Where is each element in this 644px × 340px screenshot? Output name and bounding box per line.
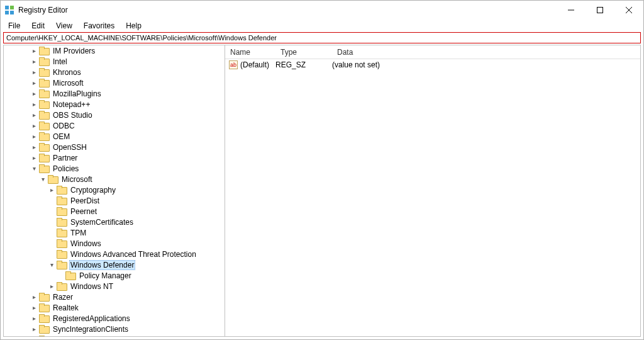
twisty-none: ▸ (48, 197, 55, 204)
tree-node[interactable]: ▸OEM (4, 131, 225, 142)
tree-node-label: OpenSSH (52, 143, 88, 152)
chevron-right-icon[interactable]: ▸ (30, 293, 38, 300)
chevron-right-icon[interactable]: ▸ (30, 133, 38, 140)
tree-node-label: Realtek (52, 303, 80, 312)
chevron-down-icon[interactable]: ▾ (48, 261, 55, 268)
col-data[interactable]: Data (332, 45, 640, 59)
chevron-right-icon[interactable]: ▸ (30, 304, 38, 311)
chevron-right-icon[interactable]: ▸ (30, 326, 38, 332)
col-name[interactable]: Name (225, 45, 275, 59)
tree-scroll-area[interactable]: ▸IM Providers▸Intel▸Khronos▸Microsoft▸Mo… (4, 45, 225, 336)
tree-node[interactable]: ▸RegisteredApplications (4, 313, 225, 324)
chevron-right-icon[interactable]: ▸ (30, 79, 38, 86)
folder-icon (57, 186, 67, 195)
tree-node[interactable]: ▸Peernet (4, 206, 225, 217)
tree-node[interactable]: ▾Policies (4, 163, 225, 174)
menu-favorites[interactable]: Favorites (79, 20, 119, 31)
tree-node-label: Microsoft (52, 79, 85, 88)
tree-node[interactable]: ▾Microsoft (4, 174, 225, 184)
twisty-none: ▸ (48, 218, 55, 225)
chevron-right-icon[interactable]: ▸ (30, 58, 38, 65)
chevron-right-icon[interactable]: ▸ (30, 154, 38, 161)
tree-node[interactable]: ▸Policy Manager (4, 270, 225, 281)
folder-icon (39, 79, 49, 88)
tree-node[interactable]: ▸Realtek (4, 302, 225, 313)
tree-node-label: PeerDist (69, 196, 101, 205)
tree-node[interactable]: ▸SyncIntegrationClients (4, 324, 225, 334)
tree-node[interactable]: ▸Microsoft (4, 77, 225, 88)
tree-node-label: Notepad++ (52, 100, 91, 109)
tree-node[interactable]: ▸Notepad++ (4, 99, 225, 110)
chevron-right-icon[interactable]: ▸ (30, 315, 38, 322)
tree-node[interactable]: ▸Windows (4, 238, 225, 249)
tree-pane: ▸IM Providers▸Intel▸Khronos▸Microsoft▸Mo… (4, 45, 225, 336)
tree-node[interactable]: ▸Cryptography (4, 184, 225, 195)
tree-node-label: Windows (69, 239, 103, 248)
tree-node-label: Policy Manager (78, 271, 133, 280)
menu-file[interactable]: File (3, 20, 25, 31)
chevron-down-icon[interactable]: ▾ (39, 176, 47, 183)
tree-node[interactable]: ▸MozillaPlugins (4, 88, 225, 99)
tree-node[interactable]: ▸VideoLAN (4, 334, 225, 336)
close-button[interactable] (614, 1, 643, 20)
twisty-none: ▸ (48, 208, 55, 215)
tree-node[interactable]: ▾Windows Defender (4, 259, 225, 270)
value-row[interactable]: ab (Default) REG_SZ (value not set) (225, 59, 640, 71)
maximize-button[interactable] (586, 1, 614, 20)
tree-node-label: SyncIntegrationClients (52, 325, 130, 334)
folder-icon (39, 325, 49, 334)
tree-node[interactable]: ▸OBS Studio (4, 110, 225, 120)
tree-node-label: SystemCertificates (69, 218, 135, 227)
chevron-right-icon[interactable]: ▸ (30, 111, 38, 118)
chevron-right-icon[interactable]: ▸ (30, 144, 38, 150)
folder-icon (39, 122, 49, 130)
chevron-right-icon[interactable]: ▸ (48, 186, 55, 193)
address-bar[interactable]: Computer\HKEY_LOCAL_MACHINE\SOFTWARE\Pol… (3, 32, 641, 43)
chevron-right-icon[interactable]: ▸ (30, 47, 38, 54)
tree-node[interactable]: ▸Intel (4, 56, 225, 67)
tree-node-label: Khronos (52, 68, 82, 77)
folder-icon (39, 164, 49, 173)
minimize-button[interactable] (557, 1, 586, 20)
chevron-right-icon[interactable]: ▸ (30, 122, 38, 129)
folder-icon (39, 47, 49, 55)
tree-node-label: Intel (52, 57, 69, 66)
tree-node[interactable]: ▸TPM (4, 227, 225, 238)
chevron-down-icon[interactable]: ▾ (30, 165, 38, 172)
tree-node[interactable]: ▸PeerDist (4, 195, 225, 206)
svg-rect-2 (5, 11, 9, 14)
tree-node[interactable]: ▸Partner (4, 152, 225, 163)
tree-node-label: Windows Defender (69, 260, 135, 270)
folder-icon (39, 57, 49, 66)
tree-node[interactable]: ▸Razer (4, 292, 225, 302)
tree-node[interactable]: ▸ODBC (4, 120, 225, 131)
folder-icon (57, 196, 67, 205)
menu-edit[interactable]: Edit (26, 20, 50, 31)
menu-view[interactable]: View (51, 20, 77, 31)
tree-node[interactable]: ▸IM Providers (4, 45, 225, 56)
tree-node[interactable]: ▸SystemCertificates (4, 217, 225, 227)
menu-help[interactable]: Help (121, 20, 147, 31)
tree-node[interactable]: ▸Windows NT (4, 281, 225, 292)
values-pane: Name Type Data ab (Default) REG_SZ (valu… (225, 45, 640, 336)
folder-icon (39, 293, 49, 302)
folder-icon (39, 314, 49, 323)
folder-icon (39, 111, 49, 120)
folder-icon (48, 175, 58, 184)
tree-node[interactable]: ▸Windows Advanced Threat Protection (4, 249, 225, 259)
tree-node-label: Windows Advanced Threat Protection (69, 250, 197, 259)
svg-rect-1 (10, 6, 14, 9)
tree-node-label: Razer (52, 293, 74, 302)
chevron-right-icon[interactable]: ▸ (30, 69, 38, 76)
tree-node-label: IM Providers (52, 47, 96, 55)
tree-node[interactable]: ▸OpenSSH (4, 142, 225, 152)
tree-node[interactable]: ▸Khronos (4, 67, 225, 77)
chevron-right-icon[interactable]: ▸ (48, 283, 55, 290)
chevron-right-icon[interactable]: ▸ (30, 101, 38, 108)
folder-icon (57, 229, 67, 237)
chevron-right-icon[interactable]: ▸ (30, 90, 38, 97)
twisty-none: ▸ (57, 272, 64, 279)
value-type: REG_SZ (275, 60, 332, 69)
string-value-icon: ab (229, 60, 238, 69)
col-type[interactable]: Type (275, 45, 332, 59)
